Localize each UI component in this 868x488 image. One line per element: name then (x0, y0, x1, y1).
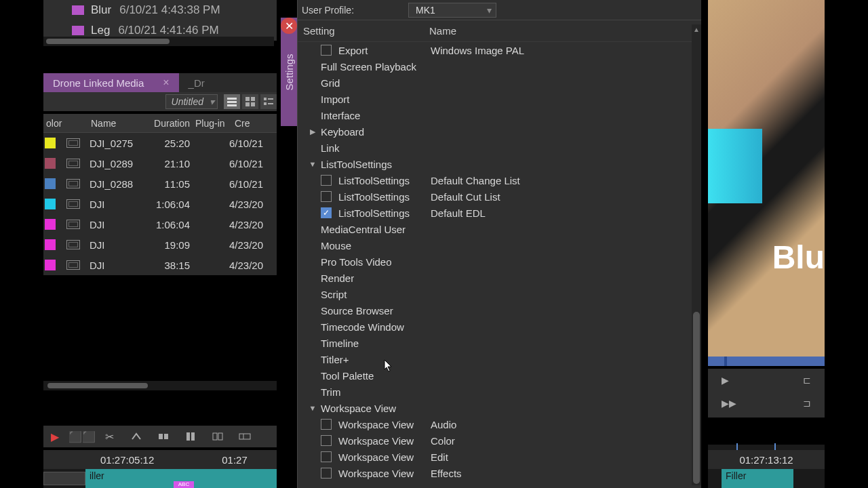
mark-in-icon[interactable]: ⊏ (803, 375, 811, 386)
color-swatch[interactable] (45, 239, 56, 250)
disclosure-triangle-icon[interactable]: ▶ (304, 127, 321, 136)
checkbox[interactable] (321, 435, 332, 446)
settings-item[interactable]: Titler+ (298, 351, 701, 367)
list-view-icon[interactable] (224, 94, 240, 109)
bin-row[interactable]: DJI1:06:044/23/20 (43, 194, 277, 214)
mark-out-icon[interactable]: ⊐ (803, 398, 811, 409)
settings-item[interactable]: ▼ListToolSettings (298, 156, 701, 172)
column-header-created[interactable]: Cre (232, 118, 273, 129)
settings-item[interactable]: Tool Palette (298, 367, 701, 384)
timeline-clip[interactable]: iller ABC (85, 469, 277, 488)
scrollbar-thumb[interactable] (46, 39, 170, 44)
column-header-name[interactable]: Name (429, 25, 456, 37)
bin-row[interactable]: DJI19:094/23/20 (43, 235, 277, 255)
bin-row[interactable]: DJI1:06:044/23/20 (43, 214, 277, 235)
user-profile-dropdown[interactable]: MK1 (408, 3, 496, 18)
settings-item[interactable]: Trim (298, 384, 701, 400)
trim-icon[interactable] (182, 428, 199, 445)
settings-tab[interactable]: Settings (281, 18, 297, 126)
settings-item[interactable]: ListToolSettingsDefault Change List (298, 172, 701, 188)
settings-item[interactable]: Link (298, 140, 701, 156)
color-swatch[interactable] (45, 219, 56, 230)
settings-item[interactable]: ListToolSettingsDefault Cut List (298, 188, 701, 205)
color-swatch[interactable] (45, 158, 56, 169)
settings-item[interactable]: Timecode Window (298, 319, 701, 335)
settings-item[interactable]: Source Browser (298, 302, 701, 319)
vertical-scrollbar[interactable]: ▲ (692, 24, 701, 485)
horizontal-scrollbar[interactable] (43, 381, 277, 390)
settings-item[interactable]: Workspace ViewEdit (298, 449, 701, 465)
horizontal-scrollbar[interactable] (43, 37, 274, 46)
settings-item[interactable]: ExportWindows Image PAL (298, 42, 701, 58)
track-patch[interactable] (43, 472, 85, 485)
file-row[interactable]: Blur 6/10/21 4:43:38 PM (43, 0, 277, 20)
cut-icon[interactable]: ✂ (100, 428, 118, 445)
settings-item[interactable]: Import (298, 91, 701, 107)
scroll-up-icon[interactable]: ▲ (693, 26, 700, 33)
lift-icon[interactable] (127, 428, 145, 445)
checkbox[interactable] (321, 175, 332, 186)
settings-item[interactable]: Interface (298, 107, 701, 123)
frame-view-icon[interactable] (242, 94, 258, 109)
segment-mode-icon[interactable]: ⬛⬛ (73, 428, 91, 445)
bin-row[interactable]: DJI_027525:206/10/21 (43, 133, 277, 153)
scrub-bar[interactable] (708, 357, 825, 366)
checkbox[interactable] (321, 451, 332, 462)
color-swatch[interactable] (45, 178, 56, 189)
close-icon[interactable]: × (163, 77, 169, 89)
play-icon[interactable]: ▶ (722, 375, 729, 386)
settings-item[interactable]: ▼Workspace View (298, 400, 701, 416)
extract-icon[interactable] (155, 428, 172, 445)
script-view-icon[interactable] (260, 94, 277, 109)
settings-item[interactable]: Script (298, 286, 701, 302)
settings-item[interactable]: Full Screen Playback (298, 58, 701, 75)
checkbox[interactable] (321, 419, 332, 430)
column-header-plugin[interactable]: Plug-in (193, 118, 232, 129)
settings-item[interactable]: Grid (298, 75, 701, 91)
disclosure-triangle-icon[interactable]: ▼ (304, 160, 321, 168)
checkbox[interactable] (321, 191, 332, 202)
column-header-name[interactable]: Name (88, 118, 142, 129)
timeline-track[interactable]: Filler (708, 469, 825, 488)
settings-item[interactable]: Workspace ViewEffects (298, 465, 701, 481)
settings-item[interactable]: MediaCentral User (298, 221, 701, 237)
bin-row[interactable]: DJI_028811:056/10/21 (43, 174, 277, 194)
bin-tab-active[interactable]: Drone Linked Media × (43, 73, 179, 92)
disclosure-triangle-icon[interactable]: ▼ (304, 404, 321, 412)
settings-item[interactable]: Render (298, 270, 701, 286)
scrollbar-thumb[interactable] (47, 383, 148, 388)
split-icon[interactable] (209, 428, 226, 445)
color-swatch[interactable] (45, 138, 56, 148)
scrollbar-thumb[interactable] (693, 312, 700, 484)
column-header-duration[interactable]: Duration (142, 118, 193, 129)
svg-rect-14 (191, 432, 195, 441)
bin-row[interactable]: DJI_028921:106/10/21 (43, 153, 277, 174)
settings-item[interactable]: Pro Tools Video (298, 253, 701, 270)
close-icon[interactable]: ✕ (281, 18, 297, 34)
checkbox[interactable] (321, 468, 332, 479)
step-forward-icon[interactable]: ▶▶ (722, 398, 736, 409)
settings-item[interactable]: ListToolSettingsDefault EDL (298, 205, 701, 221)
effect-badge[interactable]: ABC (174, 481, 194, 488)
settings-item[interactable]: Timeline (298, 335, 701, 351)
overwrite-icon[interactable] (236, 428, 254, 445)
master-clip-icon (66, 179, 80, 188)
bin-tab[interactable]: _Dr (179, 73, 214, 92)
record-icon[interactable]: ▶ (46, 428, 64, 445)
color-swatch[interactable] (45, 260, 56, 270)
timeline-track[interactable]: iller ABC (43, 469, 277, 488)
settings-item[interactable]: Mouse (298, 237, 701, 253)
bin-view-dropdown[interactable]: Untitled (165, 94, 218, 109)
settings-item[interactable]: ▶Keyboard (298, 123, 701, 140)
checkbox[interactable] (321, 45, 332, 56)
setting-name: Color (431, 435, 455, 447)
checkbox[interactable] (321, 207, 332, 218)
settings-item[interactable]: Workspace ViewColor (298, 432, 701, 449)
column-header-color[interactable]: olor (43, 118, 66, 129)
bin-row[interactable]: DJI38:154/23/20 (43, 255, 277, 275)
playhead-icon[interactable] (724, 357, 727, 366)
timeline-clip[interactable]: Filler (722, 469, 793, 488)
color-swatch[interactable] (45, 199, 56, 209)
settings-item[interactable]: Workspace ViewAudio (298, 416, 701, 432)
column-header-setting[interactable]: Setting (298, 25, 429, 37)
